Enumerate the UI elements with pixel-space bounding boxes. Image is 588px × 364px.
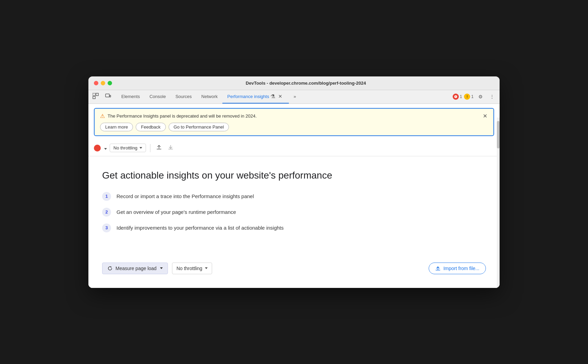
feedback-button[interactable]: Feedback — [136, 123, 166, 131]
main-heading: Get actionable insights on your website'… — [102, 170, 486, 181]
warning-badge: ! — [464, 94, 470, 100]
banner-close-button[interactable]: ✕ — [481, 112, 489, 120]
record-button[interactable] — [94, 145, 101, 151]
svg-point-6 — [455, 97, 456, 97]
step-number-2: 2 — [102, 208, 111, 217]
import-from-file-button[interactable]: Import from file... — [429, 263, 486, 274]
deprecation-banner: ⚠ The Performance Insights panel is depr… — [94, 108, 494, 136]
minimize-button[interactable] — [101, 81, 105, 85]
inspect-icon[interactable] — [91, 92, 100, 102]
step-text-2: Get an overview of your page's runtime p… — [117, 209, 236, 215]
traffic-lights — [94, 81, 112, 85]
scrollbar-track[interactable] — [497, 118, 500, 288]
bottom-throttling-dropdown[interactable]: No throttling — [172, 263, 212, 274]
panel-content: ⚠ The Performance Insights panel is depr… — [88, 104, 500, 288]
go-to-performance-button[interactable]: Go to Performance Panel — [169, 123, 229, 131]
step-item-2: 2 Get an overview of your page's runtime… — [102, 208, 486, 217]
upload-icon[interactable] — [155, 143, 163, 153]
error-badge — [453, 94, 459, 100]
bottom-throttling-chevron-icon — [205, 267, 208, 269]
svg-rect-4 — [110, 95, 111, 97]
banner-buttons: Learn more Feedback Go to Performance Pa… — [100, 123, 257, 131]
learn-more-button[interactable]: Learn more — [100, 123, 133, 131]
chevron-right-icon: » — [294, 94, 296, 99]
measure-page-load-button[interactable]: Measure page load — [102, 263, 168, 274]
tab-bar: Elements Console Sources Network Perform… — [88, 90, 500, 104]
maximize-button[interactable] — [108, 81, 112, 85]
recording-toolbar: No throttling — [88, 140, 500, 156]
record-dropdown-arrow[interactable] — [103, 145, 107, 151]
steps-list: 1 Record or import a trace into the Perf… — [102, 192, 486, 232]
window-title: DevTools - developer.chrome.com/blog/per… — [118, 81, 494, 86]
more-options-icon[interactable]: ⋮ — [487, 92, 497, 101]
banner-text-row: ⚠ The Performance Insights panel is depr… — [100, 113, 257, 119]
banner-content: ⚠ The Performance Insights panel is depr… — [100, 113, 257, 131]
banner-message: The Performance Insights panel is deprec… — [108, 113, 257, 119]
main-content: Get actionable insights on your website'… — [88, 156, 500, 263]
tab-actions: 1 ! 1 ⚙ ⋮ — [453, 92, 497, 101]
step-number-3: 3 — [102, 223, 111, 232]
device-toggle-icon[interactable] — [103, 92, 112, 102]
close-button[interactable] — [94, 81, 98, 85]
tab-close-icon[interactable]: ✕ — [277, 93, 284, 100]
throttling-chevron-icon — [139, 147, 142, 149]
download-icon[interactable] — [166, 143, 175, 153]
warning-badge-wrapper[interactable]: ! 1 — [464, 94, 474, 100]
svg-rect-3 — [106, 94, 109, 97]
step-text-3: Identify improvements to your performanc… — [117, 225, 284, 231]
step-item-3: 3 Identify improvements to your performa… — [102, 223, 486, 232]
bottom-toolbar: Measure page load No throttling Import f… — [88, 263, 500, 288]
performance-insights-icon: ⚗ — [270, 93, 275, 100]
tab-elements[interactable]: Elements — [117, 90, 145, 104]
error-badge-wrapper[interactable]: 1 — [453, 94, 462, 100]
svg-rect-0 — [93, 93, 95, 96]
step-text-1: Record or import a trace into the Perfor… — [117, 193, 254, 199]
step-number-1: 1 — [102, 192, 111, 201]
svg-rect-1 — [96, 93, 98, 96]
throttling-dropdown[interactable]: No throttling — [110, 144, 146, 152]
warning-triangle-icon: ⚠ — [100, 113, 105, 119]
tab-more[interactable]: » — [289, 90, 301, 104]
settings-icon[interactable]: ⚙ — [476, 92, 485, 101]
tab-performance-insights[interactable]: Performance insights ⚗ ✕ — [222, 90, 289, 104]
tab-console[interactable]: Console — [145, 90, 171, 104]
devtools-body: Elements Console Sources Network Perform… — [88, 90, 500, 288]
scrollbar-thumb[interactable] — [497, 121, 500, 148]
tab-sources[interactable]: Sources — [171, 90, 197, 104]
step-item-1: 1 Record or import a trace into the Perf… — [102, 192, 486, 201]
panel-wrapper: ⚠ The Performance Insights panel is depr… — [88, 104, 500, 288]
measure-chevron-icon — [160, 267, 163, 269]
title-bar: DevTools - developer.chrome.com/blog/per… — [88, 76, 500, 90]
toolbar-separator — [150, 144, 150, 152]
tab-icons — [91, 92, 112, 102]
svg-rect-2 — [93, 96, 95, 99]
devtools-window: DevTools - developer.chrome.com/blog/per… — [88, 76, 500, 288]
tab-network[interactable]: Network — [197, 90, 223, 104]
